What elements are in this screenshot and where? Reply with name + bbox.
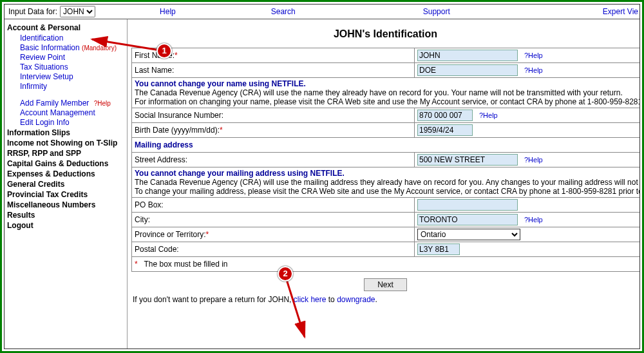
page-title: JOHN's Identification	[131, 28, 639, 40]
sidebar-cat-results[interactable]: Results	[7, 211, 123, 220]
downgrade-link[interactable]: downgrade	[337, 295, 375, 304]
sidebar-item-edit-login[interactable]: Edit Login Info	[20, 118, 123, 127]
help-first-name[interactable]: ?Help	[524, 52, 543, 59]
help-sin[interactable]: ?Help	[479, 111, 498, 119]
input-data-label: Input Data for:	[5, 7, 60, 16]
sidebar-cat-general-credits[interactable]: General Credits	[7, 180, 123, 189]
sidebar-cat-prov-credits[interactable]: Provincial Tax Credits	[7, 190, 123, 199]
sidebar: Account & Personal Identification Basic …	[5, 19, 128, 348]
top-search-link[interactable]: Search	[271, 7, 296, 16]
sidebar-item-basic-info[interactable]: Basic Information (Mandatory)	[20, 43, 123, 52]
street-input[interactable]	[417, 154, 518, 166]
sidebar-item-infirmity[interactable]: Infirmity	[20, 82, 123, 91]
sidebar-item-interview-setup[interactable]: Interview Setup	[20, 72, 123, 81]
sidebar-cat-misc-numbers[interactable]: Miscellaneous Numbers	[7, 200, 123, 209]
last-name-label: Last Name:	[132, 63, 415, 78]
user-select[interactable]: JOHN	[60, 6, 95, 17]
sidebar-item-identification[interactable]: Identification	[20, 33, 123, 43]
mail-note-line2: To change your mailing address, please v…	[135, 187, 639, 196]
prov-select[interactable]: Ontario	[417, 229, 520, 240]
last-name-input[interactable]	[417, 64, 518, 76]
mail-note-heading: You cannot change your mailing address u…	[135, 169, 639, 178]
top-bar: Input Data for: JOHN Help Search Support…	[5, 5, 639, 19]
dob-label: Birth Date (yyyy/mm/dd):	[135, 126, 220, 135]
next-button[interactable]: Next	[364, 278, 407, 291]
sin-input[interactable]	[417, 110, 473, 121]
sidebar-item-review-point[interactable]: Review Point	[20, 53, 123, 62]
sidebar-cat-logout[interactable]: Logout	[7, 221, 123, 230]
sidebar-cat-rrsp[interactable]: RRSP, RPP and SPP	[7, 149, 123, 158]
street-label: Street Address:	[132, 153, 415, 167]
sidebar-item-account-mgmt[interactable]: Account Management	[20, 108, 123, 117]
top-help-link[interactable]: Help	[160, 7, 176, 16]
sidebar-cat-expenses[interactable]: Expenses & Deductions	[7, 169, 123, 178]
top-expert-link[interactable]: Expert Vie	[603, 7, 638, 16]
downgrade-click-here[interactable]: click here	[294, 295, 327, 304]
name-note-line1: The Canada Revenue Agency (CRA) will use…	[135, 88, 639, 97]
postal-label: Postal Code:	[132, 242, 415, 257]
prov-label: Province or Territory:	[135, 230, 205, 239]
mailing-heading: Mailing address	[132, 138, 640, 153]
help-city[interactable]: ?Help	[524, 216, 543, 224]
required-note: The box must be filled in	[144, 260, 227, 269]
city-label: City:	[132, 213, 415, 227]
downgrade-line: If you don't want to prepare a return fo…	[133, 295, 639, 304]
name-note-heading: You cannot change your name using NETFIL…	[135, 79, 639, 88]
name-note-line2: For information on changing your name, p…	[135, 97, 639, 106]
annotation-bubble-2: 2	[278, 266, 293, 281]
sidebar-cat-capital-gains[interactable]: Capital Gains & Deductions	[7, 159, 123, 168]
city-input[interactable]	[417, 214, 518, 225]
sidebar-heading: Account & Personal	[7, 23, 123, 32]
first-name-input[interactable]	[417, 50, 518, 61]
annotation-bubble-1: 1	[156, 43, 172, 59]
sidebar-item-tax-situations[interactable]: Tax Situations	[20, 62, 123, 72]
identification-form: First Name:* ?Help Last Name: ?Help You …	[131, 48, 639, 272]
help-street[interactable]: ?Help	[524, 156, 543, 164]
po-label: PO Box:	[132, 198, 415, 213]
main-content: JOHN's Identification First Name:* ?Help…	[128, 19, 639, 348]
po-input[interactable]	[417, 199, 518, 211]
postal-input[interactable]	[417, 243, 460, 255]
sin-label: Social Insurance Number:	[132, 108, 415, 123]
dob-input[interactable]	[417, 124, 473, 136]
top-support-link[interactable]: Support	[423, 7, 450, 16]
help-last-name[interactable]: ?Help	[524, 66, 543, 74]
sidebar-cat-info-slips[interactable]: Information Slips	[7, 128, 123, 137]
mail-note-line1: The Canada Revenue Agency (CRA) will use…	[135, 178, 639, 187]
sidebar-cat-income-not-tslip[interactable]: Income not Showing on T-Slip	[7, 138, 123, 148]
sidebar-item-add-family[interactable]: Add Family Member ?Help	[20, 99, 123, 108]
